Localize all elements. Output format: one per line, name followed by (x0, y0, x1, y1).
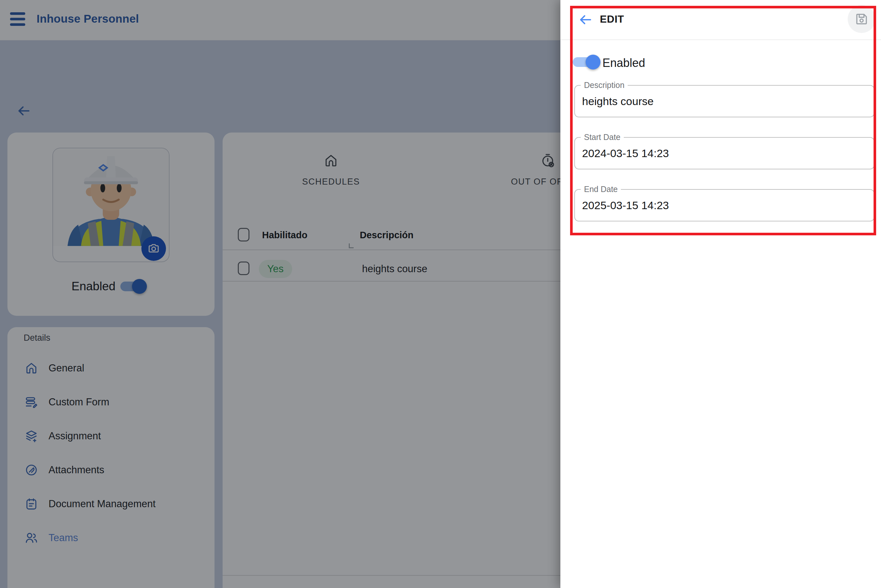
start-date-field: Start Date (574, 137, 875, 170)
drawer-back-button[interactable] (577, 12, 593, 27)
arrow-left-icon (577, 12, 593, 27)
drawer-title: EDIT (600, 13, 624, 25)
save-icon (854, 12, 869, 26)
description-input[interactable] (575, 86, 874, 117)
drawer-header: EDIT (560, 0, 881, 40)
enabled-toggle-label: Enabled (603, 56, 645, 70)
end-date-input[interactable] (575, 190, 874, 221)
description-field: Description (574, 85, 875, 117)
start-date-input[interactable] (575, 138, 874, 169)
edit-drawer: EDIT Enabled Description Start Date End … (560, 0, 881, 588)
enabled-toggle[interactable] (573, 54, 602, 70)
save-button[interactable] (848, 5, 875, 33)
end-date-field: End Date (574, 189, 875, 221)
